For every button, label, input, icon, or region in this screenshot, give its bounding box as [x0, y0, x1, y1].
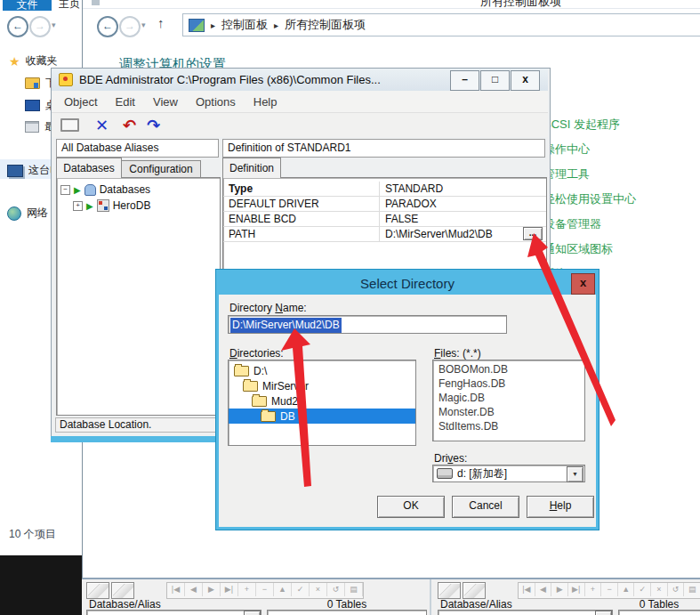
nav-refresh-icon[interactable]: ↺ [327, 583, 345, 596]
nav-delete-icon[interactable]: − [256, 583, 274, 596]
file-item[interactable]: StdItems.DB [439, 419, 584, 433]
tab-definition[interactable]: Definition [222, 158, 281, 178]
breadcrumb-arrow-icon: ▸ [274, 20, 278, 30]
bde-title-bar[interactable]: BDE Administrator C:\Program Files (x86)… [52, 69, 548, 91]
directory-item[interactable]: MirServer [229, 378, 415, 393]
tables-listbox[interactable] [267, 610, 427, 615]
files-label: Files: (*.*) [434, 347, 481, 360]
nav-menu-icon[interactable]: ▤ [345, 583, 363, 596]
tables-listbox[interactable] [618, 610, 700, 615]
help-button[interactable]: Help [527, 496, 594, 518]
files-listbox[interactable]: BOBOMon.DB FengHaos.DB Magic.DB Monster.… [432, 360, 585, 441]
minimize-button[interactable]: – [450, 70, 479, 91]
nav-cancel-icon[interactable]: × [651, 583, 668, 596]
bottom-app-window: |◀ ◀ ▶ ▶| + − ▲ ✓ × ↺ ▤ Database/Alias 0… [82, 579, 700, 615]
nav-cancel-icon[interactable]: × [310, 583, 327, 596]
directories-listbox[interactable]: D:\ MirServer Mud2 DB [228, 360, 416, 446]
file-item[interactable]: BOBOMon.DB [439, 362, 584, 376]
sidebar-item-network[interactable]: 网络 [7, 206, 48, 221]
directory-item-selected[interactable]: DB [229, 409, 415, 424]
db-navigator[interactable]: |◀ ◀ ▶ ▶| + − ▲ ✓ × ↺ ▤ [518, 582, 700, 599]
tree-item-databases[interactable]: − ▶ Databases [60, 183, 150, 196]
collapse-minus-icon[interactable]: − [60, 185, 70, 195]
nav-last-icon[interactable]: ▶| [221, 583, 238, 596]
link-action-center[interactable]: 操作中心 [543, 142, 636, 166]
breadcrumb[interactable]: ▸ 控制面板 ▸ 所有控制面板项 [182, 13, 700, 36]
directory-item[interactable]: D:\ [229, 363, 415, 378]
nav-prior-icon[interactable]: ◀ [185, 583, 203, 596]
nav-next-icon[interactable]: ▶ [551, 583, 568, 596]
nav-insert-icon[interactable]: + [238, 583, 256, 596]
forward-icon[interactable]: → [119, 16, 141, 37]
menu-options[interactable]: Options [196, 95, 236, 109]
expand-plus-icon[interactable]: + [73, 201, 83, 211]
chevron-down-icon[interactable]: ▾ [52, 20, 56, 29]
breadcrumb-item-all-items[interactable]: 所有控制面板项 [285, 17, 366, 33]
tool-button-icon[interactable] [86, 582, 109, 599]
nav-prior-icon[interactable]: ◀ [535, 583, 552, 596]
back-icon[interactable]: ← [97, 16, 118, 37]
dialog-title-bar[interactable]: Select Directory x [219, 272, 596, 295]
tab-databases[interactable]: Databases [56, 158, 122, 178]
nav-post-icon[interactable]: ✓ [634, 583, 651, 596]
close-icon[interactable]: x [571, 273, 595, 295]
link-notification-icons[interactable]: 通知区域图标 [543, 241, 636, 266]
tab-file[interactable]: 文件 [3, 0, 52, 11]
nav-delete-icon[interactable]: − [601, 583, 618, 596]
redo-icon[interactable]: ↷ [147, 117, 160, 134]
star-icon: ★ [9, 54, 20, 69]
ellipsis-button[interactable]: ... [523, 227, 543, 240]
maximize-button[interactable]: □ [480, 70, 510, 91]
nav-menu-icon[interactable]: ▤ [684, 583, 700, 596]
desktop-icon [25, 100, 40, 111]
file-item[interactable]: Magic.DB [439, 391, 584, 405]
menu-help[interactable]: Help [253, 95, 278, 109]
nav-first-icon[interactable]: |◀ [519, 583, 535, 596]
nav-first-icon[interactable]: |◀ [167, 583, 185, 596]
directory-name-input[interactable]: D:\MirServer\Mud2\DB [228, 315, 507, 334]
link-ease-of-access[interactable]: 轻松使用设置中心 [543, 191, 636, 216]
db-navigator[interactable]: |◀ ◀ ▶ ▶| + − ▲ ✓ × ↺ ▤ [166, 582, 364, 599]
breadcrumb-item-control-panel[interactable]: 控制面板 [221, 17, 268, 33]
nav-last-icon[interactable]: ▶| [568, 583, 585, 596]
close-button[interactable]: x [511, 70, 540, 91]
sidebar-favorites[interactable]: ★ 收藏夹 [9, 53, 58, 69]
nav-edit-icon[interactable]: ▲ [618, 583, 635, 596]
directory-item[interactable]: Mud2 [229, 393, 415, 409]
drives-combobox[interactable]: d: [新加卷] ▼ [432, 465, 585, 482]
alias-combobox[interactable]: TownAlias2 ▼ [438, 610, 613, 615]
chevron-down-icon[interactable]: ▾ [141, 20, 146, 29]
chevron-down-icon[interactable]: ▼ [595, 611, 612, 615]
left-panel-header: All Database Aliases [56, 139, 219, 158]
menu-view[interactable]: View [153, 95, 178, 109]
tool-button-icon[interactable] [438, 582, 461, 599]
link-device-manager[interactable]: 设备管理器 [543, 216, 636, 241]
delete-x-icon[interactable]: ✕ [95, 117, 109, 134]
file-item[interactable]: FengHaos.DB [439, 376, 584, 391]
menu-edit[interactable]: Edit [116, 95, 135, 109]
back-icon[interactable]: ← [7, 16, 28, 37]
link-admin-tools[interactable]: 管理工具 [543, 166, 636, 191]
up-icon[interactable]: ↑ [157, 15, 165, 30]
tab-configuration[interactable]: Configuration [121, 160, 201, 178]
open-folder-icon [252, 396, 267, 407]
cancel-button[interactable]: Cancel [452, 496, 519, 518]
nav-next-icon[interactable]: ▶ [203, 583, 221, 596]
menu-object[interactable]: Object [64, 95, 98, 109]
file-item[interactable]: Monster.DB [439, 405, 584, 419]
forward-icon[interactable]: → [29, 16, 51, 37]
nav-insert-icon[interactable]: + [585, 583, 602, 596]
nav-refresh-icon[interactable]: ↺ [668, 583, 685, 596]
open-folder-icon[interactable] [60, 118, 79, 132]
chevron-down-icon[interactable]: ▼ [244, 611, 261, 615]
alias-combobox[interactable]: TownAlias1 ▼ [86, 610, 261, 615]
undo-icon[interactable]: ↶ [123, 117, 136, 134]
nav-post-icon[interactable]: ✓ [292, 583, 310, 596]
link-iscsi-initiator[interactable]: SCSI 发起程序 [543, 117, 636, 142]
ok-button[interactable]: OK [377, 496, 445, 518]
tool-button-icon[interactable] [111, 582, 134, 599]
tool-button-icon[interactable] [463, 582, 486, 599]
chevron-down-icon[interactable]: ▼ [567, 466, 583, 482]
tree-item-herodb[interactable]: + ▶ HeroDB [73, 199, 150, 212]
nav-edit-icon[interactable]: ▲ [274, 583, 292, 596]
